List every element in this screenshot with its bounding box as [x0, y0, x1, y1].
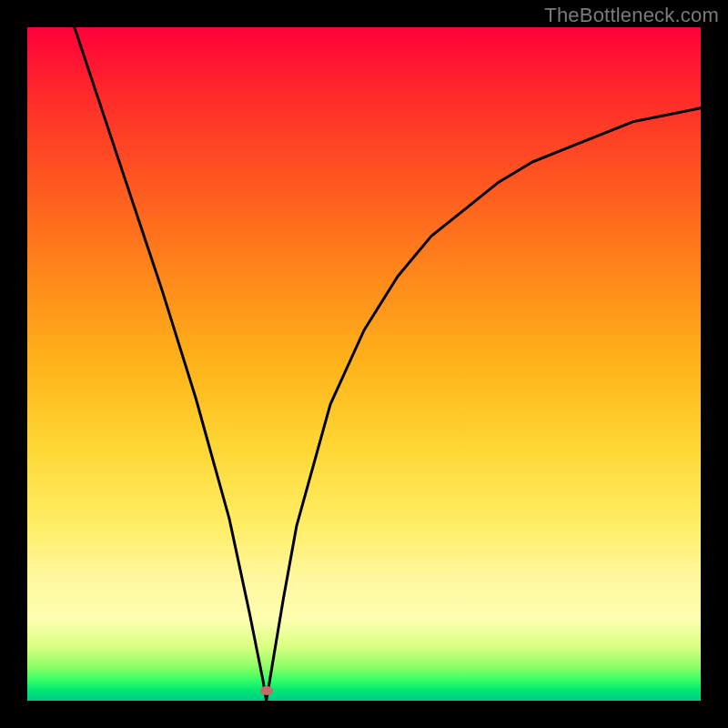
chart-frame: TheBottleneck.com — [0, 0, 728, 728]
watermark-text: TheBottleneck.com — [544, 4, 719, 27]
minimum-marker — [260, 686, 273, 695]
plot-area — [27, 27, 701, 701]
bottleneck-curve — [27, 27, 701, 701]
